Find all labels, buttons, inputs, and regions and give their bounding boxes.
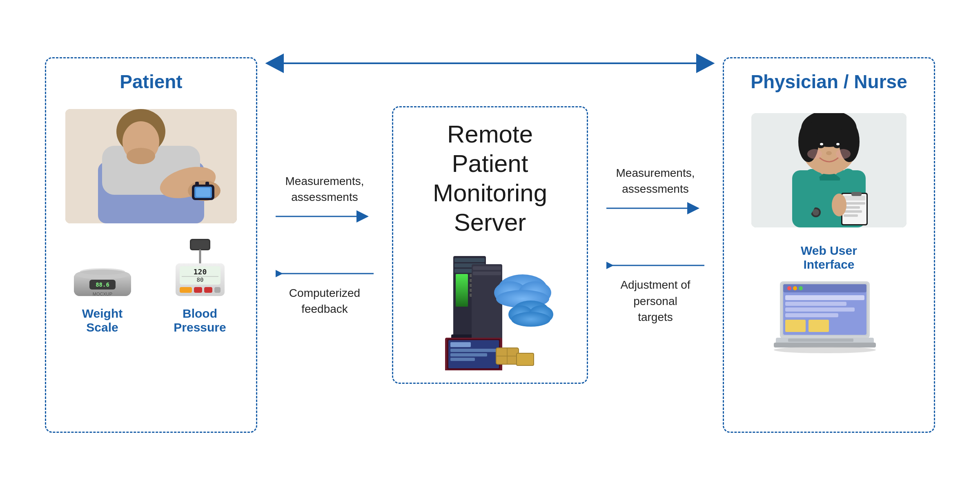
svg-rect-51 xyxy=(473,272,501,275)
svg-point-94 xyxy=(832,194,846,216)
svg-rect-9 xyxy=(195,182,199,186)
svg-point-103 xyxy=(807,149,822,159)
svg-point-112 xyxy=(799,286,803,290)
svg-text:120: 120 xyxy=(193,267,207,276)
svg-rect-42 xyxy=(456,274,468,307)
svg-point-110 xyxy=(787,286,791,290)
svg-rect-91 xyxy=(844,210,862,213)
svg-rect-116 xyxy=(785,313,838,317)
svg-rect-93 xyxy=(851,192,862,196)
svg-text:80: 80 xyxy=(196,276,203,283)
svg-point-15 xyxy=(127,148,155,164)
web-ui-label: Web User Interface xyxy=(801,244,857,272)
left-measurements-arrow-svg xyxy=(276,208,374,225)
svg-text:MOCXUP: MOCXUP xyxy=(92,292,112,296)
patient-photo-svg xyxy=(65,109,237,223)
right-adjustment-label: Adjustment of personal targets xyxy=(620,277,690,325)
patient-title: Patient xyxy=(120,71,182,93)
right-adjustment-arrow-svg xyxy=(606,257,704,274)
diagram-container: Patient xyxy=(20,20,960,470)
svg-rect-8 xyxy=(196,188,210,197)
physician-title: Physician / Nurse xyxy=(751,71,907,93)
svg-rect-120 xyxy=(788,339,853,342)
server-title-line3: Monitoring xyxy=(433,178,547,208)
physician-box: Physician / Nurse xyxy=(723,57,935,433)
right-measurements-arrow-block: Measurements, assessments xyxy=(598,165,713,216)
server-illustration xyxy=(412,240,568,370)
svg-rect-72 xyxy=(517,353,534,365)
svg-rect-33 xyxy=(204,287,212,293)
svg-point-101 xyxy=(820,143,823,145)
svg-rect-38 xyxy=(454,258,485,262)
weight-scale-svg: 88.6 MOCXUP xyxy=(70,236,135,301)
svg-rect-31 xyxy=(180,287,192,293)
server-title-line2: Patient xyxy=(433,149,547,178)
svg-rect-65 xyxy=(450,353,487,356)
svg-point-105 xyxy=(826,151,832,155)
right-measurements-label: Measurements, assessments xyxy=(616,165,695,197)
web-ui-container: Web User Interface xyxy=(772,244,886,359)
svg-rect-88 xyxy=(844,196,865,200)
svg-rect-115 xyxy=(785,307,855,312)
svg-rect-63 xyxy=(450,342,471,347)
right-adjustment-arrow-block: Adjustment of personal targets xyxy=(598,257,713,325)
right-arrows-section: Measurements, assessments xyxy=(598,57,713,433)
svg-point-104 xyxy=(836,149,851,159)
svg-rect-34 xyxy=(214,287,220,293)
svg-point-22 xyxy=(80,268,125,275)
server-illustration-svg xyxy=(412,240,568,370)
blood-pressure-item: 120 80 Blood Pressure xyxy=(167,236,233,334)
physician-photo-svg xyxy=(751,113,906,227)
left-feedback-label: Computerized feedback xyxy=(289,285,360,317)
svg-rect-113 xyxy=(785,295,864,300)
svg-point-102 xyxy=(836,143,840,145)
server-title-line1: Remote xyxy=(433,120,547,149)
weight-scale-item: 88.6 MOCXUP Weight Scale xyxy=(70,236,135,334)
laptop-svg xyxy=(772,277,886,359)
svg-rect-10 xyxy=(205,182,209,186)
svg-rect-117 xyxy=(785,320,806,332)
left-feedback-arrow-block: Computerized feedback xyxy=(267,265,382,317)
svg-point-111 xyxy=(793,286,797,290)
blood-pressure-label: Blood Pressure xyxy=(174,307,226,334)
svg-rect-66 xyxy=(450,358,475,361)
svg-point-59 xyxy=(511,312,550,327)
patient-box: Patient xyxy=(45,57,257,433)
server-title-line4: Server xyxy=(433,208,547,237)
server-box: Remote Patient Monitoring Server xyxy=(392,106,588,384)
svg-rect-64 xyxy=(450,349,497,352)
svg-rect-49 xyxy=(472,264,502,340)
left-feedback-arrow-svg xyxy=(276,265,374,282)
svg-rect-89 xyxy=(844,202,865,205)
svg-rect-114 xyxy=(785,302,846,306)
svg-point-123 xyxy=(774,347,876,353)
patient-photo xyxy=(65,109,237,223)
right-measurements-arrow-svg xyxy=(606,200,704,216)
svg-rect-50 xyxy=(473,266,501,270)
svg-rect-32 xyxy=(194,287,202,293)
left-measurements-label: Measurements, assessments xyxy=(285,173,364,205)
svg-text:88.6: 88.6 xyxy=(96,281,109,288)
svg-point-82 xyxy=(813,209,819,216)
svg-rect-92 xyxy=(844,214,858,217)
server-title-container: Remote Patient Monitoring Server xyxy=(433,120,547,237)
left-arrows-section: Measurements, assessments xyxy=(267,57,382,433)
physician-photo xyxy=(751,113,906,227)
top-double-arrow-container xyxy=(261,53,719,74)
patient-devices: 88.6 MOCXUP Weight Scale xyxy=(58,236,245,334)
left-measurements-arrow-block: Measurements, assessments xyxy=(267,173,382,225)
bp-monitor-svg: 120 80 xyxy=(167,236,233,301)
weight-scale-label: Weight Scale xyxy=(82,307,122,334)
svg-rect-24 xyxy=(191,240,209,249)
svg-rect-118 xyxy=(808,320,829,332)
top-double-arrow xyxy=(261,53,719,74)
